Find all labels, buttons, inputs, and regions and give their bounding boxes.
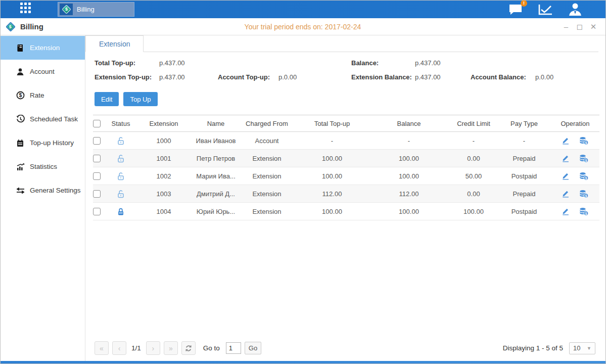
sidebar-item-label: Scheduled Task [30,115,78,123]
cell-total-topup: 112.00 [296,185,368,203]
cell-extension: 1000 [133,132,194,150]
prev-page-button[interactable]: ‹ [112,341,126,355]
row-checkbox[interactable] [93,190,101,198]
ledger-icon [16,43,25,53]
cell-credit-limit: 50.00 [450,167,497,185]
goto-label: Go to [203,344,220,352]
cell-total-topup: - [296,132,368,150]
cell-extension: 1004 [133,203,194,220]
lock-open-icon [117,136,125,145]
topup-coins-icon[interactable]: $ [579,172,589,180]
cell-charged-from: Extension [238,150,296,167]
sidebar-item-extension[interactable]: Extension [1,36,85,60]
row-checkbox[interactable] [93,137,101,145]
balance-value: p.437.00 [415,59,471,67]
sidebar-item-scheduled-task[interactable]: Scheduled Task [1,107,85,131]
cell-charged-from: Extension [238,185,296,203]
first-page-button[interactable]: « [95,341,109,355]
chart-icon[interactable] [537,3,553,16]
col-balance: Balance [368,115,450,132]
sidebar-item-label: Extension [30,44,60,52]
tab-extension[interactable]: Extension [85,35,144,52]
last-page-button[interactable]: » [164,341,178,355]
stats-icon [16,162,25,171]
next-page-button[interactable]: › [146,341,160,355]
sidebar-item-label: General Settings [30,187,81,194]
row-checkbox[interactable] [93,155,101,162]
close-icon[interactable]: ✕ [589,22,597,31]
cell-credit-limit: 0.00 [450,185,497,203]
svg-text:$: $ [585,194,587,198]
col-status: Status [108,115,133,132]
sidebar-item-label: Account [30,68,55,75]
cell-balance: 112.00 [368,185,450,203]
topup-coins-icon[interactable]: $ [579,190,589,198]
col-pay-type: Pay Type [497,115,551,132]
minimize-icon[interactable]: – [562,22,570,31]
person-icon [16,67,25,76]
sidebar-item-rate[interactable]: $ Rate [1,83,85,107]
system-topbar: $ Billing ! [1,1,605,18]
table-row: 1000 Иван Иванов Account - - - - $ [93,132,599,150]
lock-open-icon [117,154,125,163]
page-size-dropdown[interactable]: 10 ▼ [569,342,595,354]
cell-extension: 1001 [133,150,194,167]
refresh-icon[interactable] [181,341,196,355]
edit-pencil-icon[interactable] [562,154,570,162]
cell-pay-type: Prepaid [497,185,551,203]
go-button[interactable]: Go [245,342,261,354]
user-icon[interactable] [568,3,583,16]
topup-coins-icon[interactable]: $ [579,154,589,163]
cell-charged-from: Extension [238,203,296,220]
col-operation: Operation [551,115,599,132]
account-balance-label: Account Balance: [471,73,535,81]
maximize-icon[interactable]: ◻ [576,22,584,31]
select-all-checkbox[interactable] [93,120,101,127]
edit-pencil-icon[interactable] [562,172,570,180]
topup-coins-icon[interactable]: $ [579,136,589,145]
table-row: 1001 Петр Петров Extension 100.00 100.00… [93,150,599,167]
edit-pencil-icon[interactable] [562,136,570,145]
sidebar-item-statistics[interactable]: Statistics [1,155,85,178]
cell-name: Иван Иванов [194,132,238,150]
sidebar-item-account[interactable]: Account [1,60,85,83]
table-row: 1003 Дмитрий Д... Extension 112.00 112.0… [93,185,599,203]
col-name: Name [194,115,238,132]
edit-pencil-icon[interactable] [562,207,570,215]
edit-button[interactable]: Edit [95,92,119,106]
svg-text:$: $ [585,211,587,215]
cell-balance: 100.00 [368,167,450,185]
cell-name: Дмитрий Д... [194,185,238,203]
row-checkbox[interactable] [93,172,101,180]
billing-app-tile: $ [60,4,73,15]
billing-diamond-icon: $ [7,23,14,30]
edit-pencil-icon[interactable] [562,190,570,198]
cell-total-topup: 100.00 [296,150,368,167]
svg-text:$: $ [19,92,22,98]
account-topup-label: Account Top-up: [218,73,278,81]
topup-button[interactable]: Top Up [123,92,157,106]
table-header-row: Status Extension Name Charged From Total… [93,115,599,132]
sidebar-item-label: Statistics [30,163,57,170]
cell-pay-type: Postpaid [497,167,551,185]
extension-balance-label: Extension Balance: [351,73,415,81]
lock-open-icon [117,190,125,198]
window-title: Billing [20,22,43,31]
taskbar-tab-billing[interactable]: $ Billing [58,2,134,17]
cell-balance: - [368,132,450,150]
topup-coins-icon[interactable]: $ [579,207,589,216]
billing-diamond-icon: $ [62,5,71,14]
row-checkbox[interactable] [93,208,101,215]
page-indicator: 1/1 [131,344,141,352]
cell-credit-limit: 100.00 [450,203,497,220]
window-titlebar: $ Billing Your trial period ends on: 201… [1,18,605,35]
balance-label: Balance: [351,59,415,67]
chat-icon[interactable]: ! [508,3,523,16]
sliders-icon [16,186,25,195]
sidebar-item-general-settings[interactable]: General Settings [1,178,85,202]
extension-balance-value: p.437.00 [415,73,471,81]
goto-page-input[interactable] [226,342,241,354]
svg-text:$: $ [585,176,587,180]
app-grid-icon[interactable] [20,3,34,16]
sidebar-item-topup-history[interactable]: Top-up History [1,131,85,155]
